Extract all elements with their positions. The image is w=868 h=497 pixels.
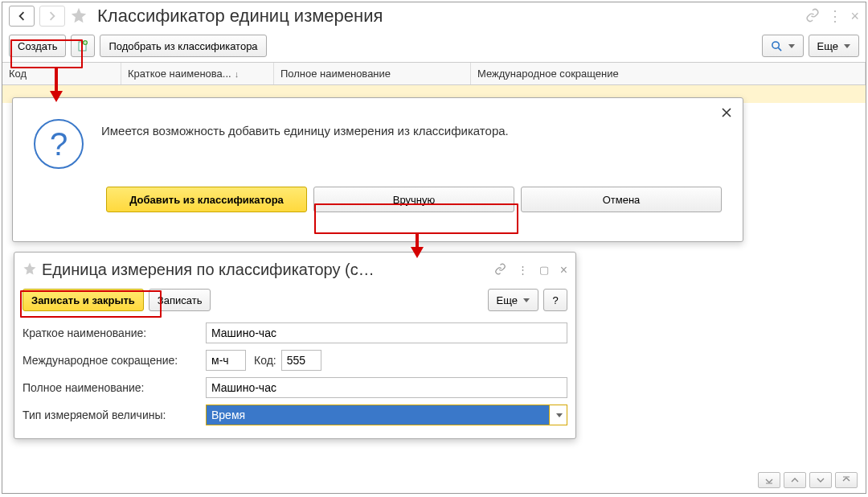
more-button[interactable]: Еще	[809, 35, 859, 57]
nav-first-button[interactable]	[758, 472, 780, 488]
measure-type-combo[interactable]	[207, 405, 549, 425]
nav-up-button[interactable]	[784, 472, 806, 488]
add-method-dialog: ? Имеется возможность добавить единицу и…	[12, 97, 743, 242]
label-short-name: Краткое наименование:	[23, 327, 206, 339]
save-close-button[interactable]: Записать и закрыть	[23, 289, 144, 311]
close-icon[interactable]: ×	[850, 8, 859, 25]
dialog-title: Единица измерения по классификатору (с…	[42, 261, 489, 279]
nav-forward-button[interactable]	[39, 6, 65, 27]
page-title: Классификатор единиц измерения	[97, 6, 383, 27]
col-intl[interactable]: Международное сокращение	[471, 63, 866, 84]
add-from-classifier-button[interactable]: Добавить из классификатора	[106, 187, 307, 212]
cancel-button[interactable]: Отмена	[521, 187, 722, 212]
pick-from-classifier-button[interactable]: Подобрать из классификатора	[100, 35, 266, 57]
col-full[interactable]: Полное наименование	[274, 63, 471, 84]
main-toolbar: Создать Подобрать из классификатора Еще	[2, 30, 866, 62]
add-manual-button[interactable]: Вручную	[313, 187, 514, 212]
titlebar: Классификатор единиц измерения ⋮ ×	[2, 2, 866, 30]
label-intl-abbr: Международное сокращение:	[23, 354, 206, 367]
create-copy-button[interactable]	[71, 35, 95, 57]
more-button[interactable]: Еще	[488, 289, 538, 311]
search-button[interactable]	[762, 35, 804, 57]
help-button[interactable]: ?	[543, 289, 567, 311]
combo-dropdown-button[interactable]	[549, 405, 567, 425]
link-icon[interactable]	[494, 263, 506, 277]
link-icon[interactable]	[805, 8, 820, 25]
code-input[interactable]	[281, 350, 321, 371]
col-code[interactable]: Код	[2, 63, 121, 84]
kebab-menu-icon[interactable]: ⋮	[518, 264, 528, 276]
kebab-menu-icon[interactable]: ⋮	[828, 9, 842, 23]
grid-nav-buttons	[758, 472, 858, 488]
intl-abbr-input[interactable]	[206, 350, 246, 371]
nav-down-button[interactable]	[809, 472, 832, 488]
short-name-input[interactable]	[206, 322, 567, 343]
sort-asc-icon: ↓	[235, 69, 240, 79]
create-button[interactable]: Создать	[9, 35, 66, 57]
nav-back-button[interactable]	[9, 6, 35, 27]
favorite-star-icon[interactable]	[23, 261, 37, 278]
dialog-close-icon[interactable]	[720, 106, 733, 121]
close-icon[interactable]: ×	[560, 263, 567, 277]
nav-last-button[interactable]	[835, 472, 858, 488]
label-type: Тип измеряемой величины:	[23, 409, 206, 421]
label-code: Код:	[254, 354, 276, 367]
unit-edit-dialog: Единица измерения по классификатору (с… …	[14, 252, 576, 439]
grid-header: Код Краткое наименова...↓ Полное наимено…	[2, 62, 866, 85]
full-name-input[interactable]	[206, 377, 567, 398]
question-icon: ?	[34, 119, 84, 169]
col-short[interactable]: Краткое наименова...↓	[121, 63, 274, 84]
maximize-icon[interactable]: ▢	[539, 264, 549, 276]
save-button[interactable]: Записать	[149, 289, 211, 311]
svg-point-2	[772, 41, 778, 47]
label-full-name: Полное наименование:	[23, 381, 206, 394]
dialog-message: Имеется возможность добавить единицу изм…	[101, 119, 509, 139]
favorite-star-icon[interactable]	[70, 6, 88, 27]
